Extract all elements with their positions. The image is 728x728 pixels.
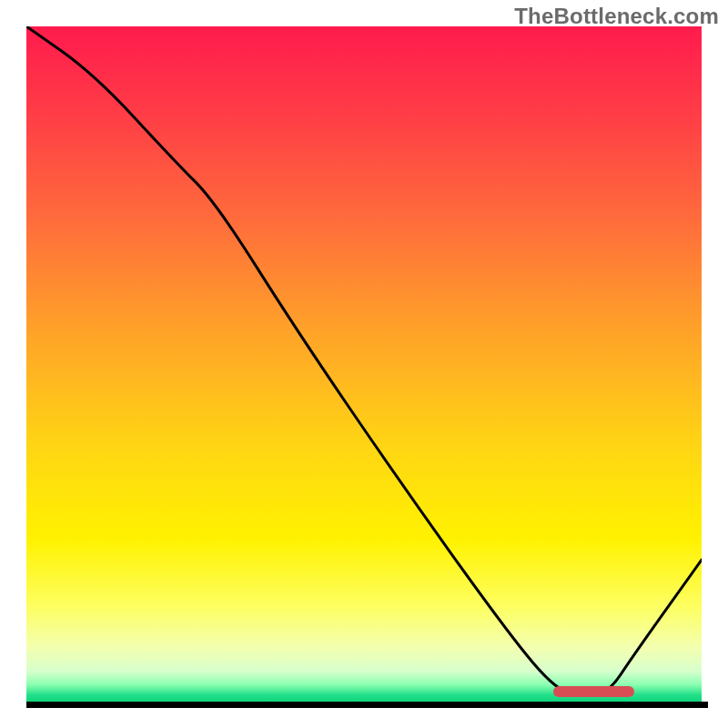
plot-svg [26, 26, 702, 702]
watermark-text: TheBottleneck.com [514, 4, 719, 29]
x-axis [26, 702, 708, 708]
chart-root: TheBottleneck.com [0, 0, 728, 728]
optimal-range-marker [553, 686, 634, 697]
plot-area [26, 26, 702, 702]
gradient-background [26, 26, 702, 702]
